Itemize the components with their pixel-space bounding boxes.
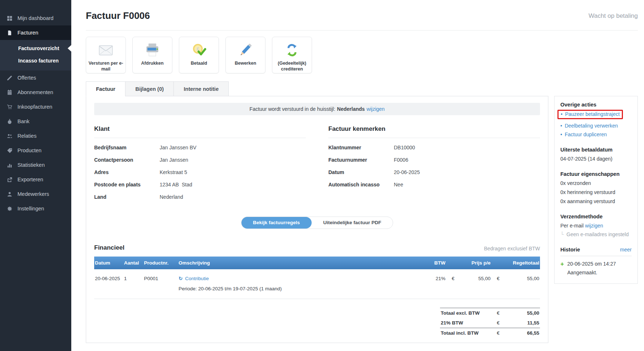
kenmerken-row: Klantnummer DB10000 xyxy=(328,145,540,150)
klant-row: Postcode en plaats 1234 AB Stad xyxy=(94,182,306,187)
bullet: • xyxy=(560,132,562,137)
action-buttons: Versturen per e-mail Afdrukken € Betaald… xyxy=(86,37,638,73)
header-divider xyxy=(86,30,638,31)
historie-more-link[interactable]: meer xyxy=(620,247,632,253)
notice-text: Factuur wordt verstuurd in de huisstijl: xyxy=(249,106,335,112)
historie-entry: + 20-06-2025 om 14:27 Aangemaakt. xyxy=(560,261,632,275)
right-sidebar: Overige acties • Pauzeer betalingstrajec… xyxy=(554,96,638,284)
sidebar-item-facturen[interactable]: Facturen xyxy=(0,25,71,40)
sidebar-item-label: Bank xyxy=(17,118,29,124)
tab-factuur[interactable]: Factuur xyxy=(86,81,125,96)
file-icon xyxy=(7,30,12,36)
action-label: Bewerken xyxy=(235,61,256,66)
company-link[interactable]: Jan Janssen BV xyxy=(160,145,196,150)
status-badge: Wacht op betaling xyxy=(589,12,638,20)
plus-icon: + xyxy=(560,261,564,275)
financieel-heading: Financieel xyxy=(94,244,124,251)
sidebar-item-label: Producten xyxy=(17,148,41,153)
col-datum: Datum xyxy=(95,260,124,266)
sidebar-item-statistieken[interactable]: Statistieken xyxy=(0,158,71,172)
sidebar-item-inkoopfacturen[interactable]: Inkoopfacturen xyxy=(0,100,71,114)
product-link[interactable]: Contributie xyxy=(185,276,209,281)
col-btw: BTW xyxy=(425,260,445,266)
tab-bijlagen[interactable]: Bijlagen (0) xyxy=(125,81,173,96)
verzendmethode-change-link[interactable]: wijzigen xyxy=(585,223,603,229)
field-label: Bedrijfsnaam xyxy=(94,145,160,150)
no-email-note: Geen e-mailadres ingesteld xyxy=(567,231,629,237)
total-row: Totaal excl. BTW € 55,00 xyxy=(440,308,540,318)
factuur-dupliceren-link[interactable]: Factuur dupliceren xyxy=(565,132,607,137)
pauzeer-betalingstraject-link[interactable]: Pauzeer betalingstraject xyxy=(565,111,620,117)
action-label: Betaald xyxy=(191,61,207,66)
kenmerken-row: Factuurnummer F0006 xyxy=(328,157,540,163)
sidebar-submenu: Factuuroverzicht Incasso facturen xyxy=(0,40,71,70)
field-label: Datum xyxy=(328,169,394,175)
sidebar-item-medewerkers[interactable]: Medewerkers xyxy=(0,187,71,201)
sidebar-item-factuuroverzicht[interactable]: Factuuroverzicht xyxy=(0,42,71,55)
cell-omschrijving: ↻ Contributie xyxy=(179,275,425,281)
sidebar-item-label: Inkoopfacturen xyxy=(17,104,52,110)
betaaldatum-heading: Uiterste betaaldatum xyxy=(560,147,632,153)
credit-arrows-icon xyxy=(284,41,300,59)
tag-icon xyxy=(7,148,12,153)
action-label: Versturen per e-mail xyxy=(86,61,125,72)
print-button[interactable]: Afdrukken xyxy=(132,37,172,73)
sidebar-item-label: Mijn dashboard xyxy=(17,15,53,21)
sidebar-item-producten[interactable]: Producten xyxy=(0,143,71,158)
toggle-factuurregels[interactable]: Bekijk factuurregels xyxy=(241,217,312,229)
total-value: 55,00 xyxy=(506,310,539,316)
sidebar-item-offertes[interactable]: Offertes xyxy=(0,70,71,85)
cell-aantal: 1 xyxy=(124,276,144,281)
cart-icon xyxy=(7,104,12,110)
sidebar-item-dashboard[interactable]: Mijn dashboard xyxy=(0,11,71,25)
paid-button[interactable]: € Betaald xyxy=(179,37,219,73)
field-value: F0006 xyxy=(394,157,408,163)
col-productnr: Productnr. xyxy=(144,260,179,266)
field-value: 20-06-2025 xyxy=(394,169,420,175)
tree-branch-icon: └ xyxy=(560,231,564,237)
col-prijs: Prijs p/e xyxy=(461,260,491,266)
deelbetaling-verwerken-link[interactable]: Deelbetaling verwerken xyxy=(565,123,618,129)
sidebar-item-instellingen[interactable]: Instellingen xyxy=(0,201,71,216)
credit-button[interactable]: (Gedeeltelijk) crediteren xyxy=(272,37,312,73)
total-currency: € xyxy=(491,320,506,326)
klant-row: Adres Kerkstraat 5 xyxy=(94,169,306,175)
sidebar-item-incasso-facturen[interactable]: Incasso facturen xyxy=(0,55,71,67)
klant-row: Land Nederland xyxy=(94,194,306,200)
sidebar-item-label: Abonnementen xyxy=(17,89,53,95)
edit-button[interactable]: Bewerken xyxy=(225,37,265,73)
field-value: Nederland xyxy=(160,194,183,200)
sidebar-item-relaties[interactable]: Relaties xyxy=(0,129,71,143)
send-email-button[interactable]: Versturen per e-mail xyxy=(86,37,126,73)
page-title: Factuur F0006 xyxy=(86,10,150,21)
sidebar-item-abonnementen[interactable]: Abonnementen xyxy=(0,85,71,100)
sidebar-item-label: Relaties xyxy=(17,133,36,139)
tab-interne-notitie[interactable]: Interne notitie xyxy=(173,81,229,96)
toggle-factuur-pdf[interactable]: Uiteindelijke factuur PDF xyxy=(312,217,393,229)
sidebar-item-label: Offertes xyxy=(17,75,36,81)
recurring-icon: ↻ xyxy=(179,276,183,281)
total-label: Totaal incl. BTW xyxy=(441,330,491,336)
total-label: 21% BTW xyxy=(441,320,491,326)
field-value: DB10000 xyxy=(394,145,415,150)
invoice-panel: Factuur wordt verstuurd in de huisstijl:… xyxy=(86,96,548,343)
view-toggle: Bekijk factuurregels Uiteindelijke factu… xyxy=(241,217,393,229)
eigenschappen-heading: Factuur eigenschappen xyxy=(560,171,632,177)
sidebar-item-bank[interactable]: Bank xyxy=(0,114,71,129)
klant-row: Bedrijfsnaam Jan Janssen BV xyxy=(94,145,306,150)
submenu-item-label: Incasso facturen xyxy=(18,58,59,64)
sidebar-item-exporteren[interactable]: Exporteren xyxy=(0,172,71,187)
notice-language: Nederlands xyxy=(337,106,365,112)
total-value: 11,55 xyxy=(506,320,539,326)
total-currency: € xyxy=(491,330,506,336)
field-value: 1234 AB Stad xyxy=(160,182,192,187)
bar-chart-icon xyxy=(7,162,12,168)
historie-text: Aangemaakt. xyxy=(567,270,616,275)
pencil-icon xyxy=(237,41,254,59)
historie-heading: Historie xyxy=(560,247,580,253)
envelope-icon xyxy=(97,41,114,59)
gear-icon xyxy=(7,206,12,211)
sidebar-item-label: Facturen xyxy=(17,30,38,36)
dashboard-icon xyxy=(7,15,12,21)
notice-change-link[interactable]: wijzigen xyxy=(367,106,385,112)
